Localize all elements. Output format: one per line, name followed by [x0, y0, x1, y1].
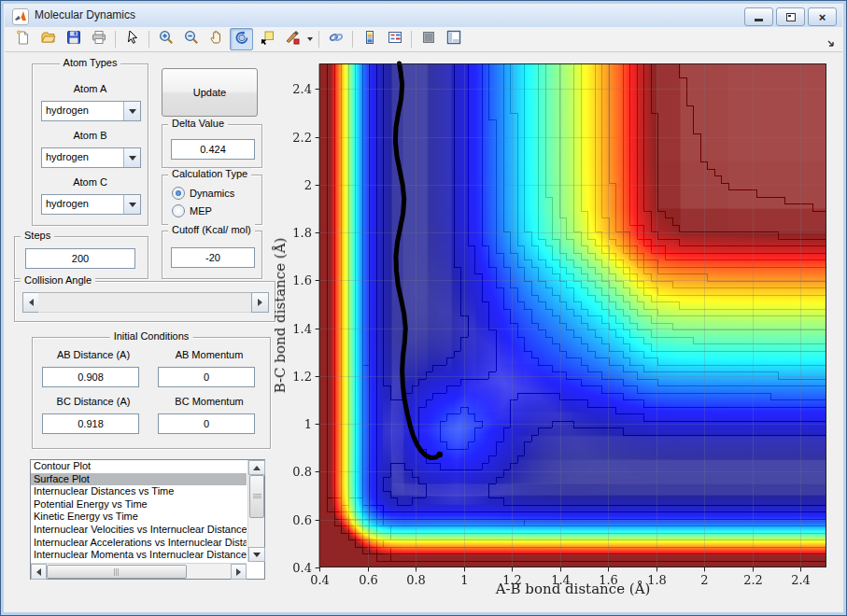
- title-bar[interactable]: Molecular Dynamics ×: [5, 5, 842, 28]
- surface-plot-canvas[interactable]: [281, 52, 841, 612]
- zoom-out-icon: [183, 29, 200, 49]
- hide-plot-tools-icon: [420, 29, 437, 49]
- ab-distance-a-label: AB Distance (A): [42, 349, 145, 360]
- link-plot-icon: [328, 29, 345, 49]
- ab-momentum-field[interactable]: 0: [158, 367, 255, 387]
- cutoff-field[interactable]: -20: [171, 247, 255, 268]
- zoom-in-button[interactable]: [154, 28, 177, 50]
- window-title: Molecular Dynamics: [35, 8, 135, 21]
- close-button[interactable]: ×: [808, 7, 837, 26]
- zoom-out-button[interactable]: [179, 28, 203, 50]
- atom-types-panel: Atom Types Atom AhydrogenAtom BhydrogenA…: [32, 63, 148, 226]
- right-arrow-icon: [258, 299, 262, 306]
- atom-b-dropdown[interactable]: hydrogen: [41, 147, 141, 168]
- thumb-grip: [253, 494, 261, 498]
- collision-angle-panel: Collision Angle: [14, 281, 275, 322]
- link-plot-button[interactable]: [324, 28, 347, 50]
- steps-panel: Steps 200: [14, 236, 148, 279]
- horizontal-scroll-thumb[interactable]: [47, 565, 187, 579]
- print-button[interactable]: [87, 28, 110, 50]
- plot-type-listbox[interactable]: Contour PlotSurface PlotInternuclear Dis…: [30, 459, 265, 580]
- hide-plot-tools-button[interactable]: [416, 28, 440, 50]
- pan-icon: [208, 29, 225, 49]
- data-cursor-button[interactable]: [255, 28, 278, 50]
- calculation-type-panel: Calculation Type DynamicsMEP: [162, 175, 262, 225]
- figure-toolbar: [5, 27, 842, 52]
- scroll-down-button[interactable]: [248, 547, 265, 562]
- x-axis-label: A-B bond distance (Å): [319, 581, 826, 597]
- rotate-3d-button[interactable]: [230, 28, 253, 50]
- delta-value-panel: Delta Value 0.424: [162, 124, 262, 168]
- radio-label: Dynamics: [190, 188, 234, 199]
- dropdown-button[interactable]: [123, 102, 140, 120]
- restore-button[interactable]: [776, 7, 805, 26]
- dropdown-button[interactable]: [123, 195, 140, 214]
- cutoff-panel: Cutoff (Kcal/ mol) -20: [162, 231, 262, 279]
- bc-distance-a-label: BC Distance (A): [42, 396, 145, 407]
- left-arrow-icon: [36, 568, 41, 576]
- bc-momentum-field[interactable]: 0: [158, 413, 255, 434]
- bc-distance-a-field[interactable]: 0.918: [42, 413, 139, 434]
- cursor-button[interactable]: [120, 28, 144, 50]
- steps-title: Steps: [21, 230, 54, 241]
- collision-angle-slider[interactable]: [38, 292, 251, 313]
- minimize-button[interactable]: [744, 7, 773, 26]
- chevron-down-icon: [129, 203, 136, 207]
- radio-dynamics[interactable]: Dynamics: [172, 187, 234, 200]
- atom-c-label: Atom C: [33, 176, 148, 188]
- list-item[interactable]: Potential Energy vs Time: [31, 498, 247, 511]
- dropdown-button[interactable]: [123, 148, 140, 167]
- radio-icon: [172, 204, 185, 217]
- open-folder-icon: [40, 29, 57, 49]
- list-item[interactable]: Surface Plot: [31, 473, 247, 486]
- right-arrow-icon: [236, 568, 241, 576]
- save-button[interactable]: [62, 28, 85, 50]
- listbox-vertical-scrollbar[interactable]: [247, 460, 264, 562]
- slider-right-arrow[interactable]: [251, 292, 269, 313]
- scroll-up-button[interactable]: [248, 460, 265, 475]
- up-arrow-icon: [253, 466, 261, 470]
- update-button[interactable]: Update: [162, 68, 258, 117]
- list-item[interactable]: Internuclear Velocities vs Internuclear …: [31, 524, 247, 537]
- data-cursor-icon: [259, 29, 275, 49]
- ab-distance-a-field[interactable]: 0.908: [42, 367, 139, 387]
- delta-value-field[interactable]: 0.424: [171, 139, 255, 160]
- minimize-icon: [755, 19, 763, 21]
- insert-colorbar-button[interactable]: [358, 28, 381, 50]
- ab-momentum-label: AB Momentum: [158, 349, 261, 360]
- show-plot-tools-button[interactable]: [442, 28, 465, 50]
- scroll-right-button[interactable]: [231, 564, 247, 580]
- matlab-app-icon: [12, 8, 29, 25]
- list-item[interactable]: Internuclear Distances vs Time: [31, 485, 247, 498]
- collision-angle-title: Collision Angle: [21, 274, 95, 286]
- pan-button[interactable]: [205, 28, 228, 50]
- atom-c-dropdown[interactable]: hydrogen: [41, 194, 141, 215]
- open-folder-button[interactable]: [36, 28, 60, 50]
- list-item[interactable]: Internuclear Accelerations vs Internucle…: [31, 537, 247, 550]
- brush-button[interactable]: [280, 28, 304, 50]
- steps-field[interactable]: 200: [25, 248, 135, 269]
- atom-a-value: hydrogen: [42, 102, 123, 120]
- insert-legend-button[interactable]: [383, 28, 406, 50]
- new-document-button[interactable]: [11, 28, 35, 50]
- listbox-horizontal-scrollbar[interactable]: [31, 563, 247, 579]
- vertical-scroll-thumb[interactable]: [249, 475, 264, 518]
- list-item[interactable]: Internuclear Momenta vs Internuclear Dis…: [31, 549, 247, 562]
- zoom-in-icon: [158, 29, 175, 49]
- calculation-type-title: Calculation Type: [168, 168, 251, 179]
- insert-colorbar-icon: [361, 29, 378, 49]
- rotate-3d-icon: [233, 29, 250, 49]
- save-icon: [65, 29, 82, 49]
- toolbar-overflow-icon[interactable]: [827, 35, 837, 51]
- delta-value-title: Delta Value: [168, 118, 228, 129]
- y-axis-label: B-C bond distance (Å): [272, 238, 289, 394]
- atom-c-value: hydrogen: [42, 195, 123, 214]
- radio-mep[interactable]: MEP: [172, 204, 212, 217]
- scroll-left-button[interactable]: [31, 564, 47, 580]
- brush-dropdown-caret[interactable]: [304, 29, 315, 49]
- radio-label: MEP: [190, 205, 212, 217]
- list-item[interactable]: Contour Plot: [31, 460, 247, 473]
- restore-icon: [786, 13, 796, 21]
- list-item[interactable]: Kinetic Energy vs Time: [31, 511, 247, 524]
- atom-a-dropdown[interactable]: hydrogen: [41, 101, 141, 121]
